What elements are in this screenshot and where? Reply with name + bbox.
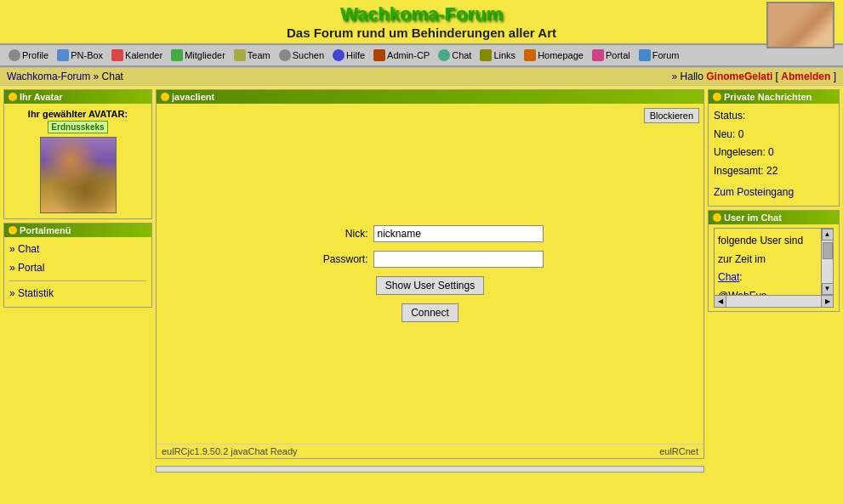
list-item: @WebEye xyxy=(718,287,817,296)
nav-links-label: Links xyxy=(493,50,515,60)
avatar-image xyxy=(40,137,117,213)
bottom-bar xyxy=(156,466,704,473)
menu-separator xyxy=(9,280,146,281)
nav-kalender[interactable]: Kalender xyxy=(108,48,166,63)
pn-total-label: Insgesamt: xyxy=(714,165,764,177)
avatar-box-header: Ihr Avatar xyxy=(4,90,151,104)
nav-admincp-label: Admin-CP xyxy=(387,50,430,60)
people-icon xyxy=(171,49,183,61)
pn-status-label: Status: xyxy=(714,107,834,126)
header-logo: Wachkoma-Forum xyxy=(0,3,843,25)
home-icon xyxy=(524,49,536,61)
navbar: Profile PN-Box Kalender Mitglieder Team … xyxy=(0,43,843,67)
links-icon xyxy=(480,49,492,61)
user-chat-link[interactable]: Chat xyxy=(718,271,739,283)
user-webeye: @WebEye xyxy=(718,290,766,296)
user-chat-box: User im Chat folgende User sind zur Zeit… xyxy=(708,210,840,312)
nav-profile[interactable]: Profile xyxy=(5,48,52,63)
chat-box-title: javaclient xyxy=(172,92,214,102)
password-row: Passwort: xyxy=(317,251,544,268)
avatar-label-text: Ihr gewählter AVATAR: xyxy=(9,109,146,119)
logout-link[interactable]: Abmelden xyxy=(781,71,830,82)
nav-forum[interactable]: Forum xyxy=(635,48,683,63)
sidebar-item-statistik[interactable]: Statistik xyxy=(9,285,146,303)
header-subtitle: Das Forum rund um Behinderungen aller Ar… xyxy=(0,25,843,40)
nav-hilfe[interactable]: Hilfe xyxy=(329,48,368,63)
blockieren-button[interactable]: Blockieren xyxy=(644,108,699,123)
portal-icon xyxy=(592,49,604,61)
portal-menu-content: Chat Portal Statistik xyxy=(4,237,151,307)
scroll-up-button[interactable]: ▲ xyxy=(822,229,834,241)
help-icon xyxy=(333,49,345,61)
nav-mitglieder-label: Mitglieder xyxy=(185,50,225,60)
left-sidebar: Ihr Avatar Ihr gewählter AVATAR: Erdnuss… xyxy=(3,89,152,308)
bracket-close: ] xyxy=(834,71,836,82)
user-chat-box-content: folgende User sind zur Zeit im Chat: @We… xyxy=(709,224,839,311)
nav-pnbox-label: PN-Box xyxy=(71,50,103,60)
nav-homepage-label: Homepage xyxy=(538,50,584,60)
chat-form: Nick: Passwort: Show User Settings Conne… xyxy=(317,225,544,322)
portal-menu-header: Portalmenü xyxy=(4,224,151,237)
pn-box-title: Private Nachrichten xyxy=(724,92,812,102)
avatar-photo xyxy=(768,2,833,48)
header: Wachkoma-Forum Das Forum rund um Behinde… xyxy=(0,0,843,43)
nav-mitglieder[interactable]: Mitglieder xyxy=(168,48,229,63)
user-chat-description: folgende User sind zur Zeit im xyxy=(718,232,817,269)
nick-row: Nick: xyxy=(317,225,544,242)
avatar-box-icon xyxy=(9,93,17,101)
footer-left-text: eulRCjc1.9.50.2 javaChat Ready xyxy=(162,446,298,456)
nav-homepage[interactable]: Homepage xyxy=(521,48,587,63)
password-label: Passwort: xyxy=(317,253,368,265)
nav-suchen[interactable]: Suchen xyxy=(276,48,328,63)
chat-box-icon xyxy=(161,93,169,101)
nav-chat[interactable]: Chat xyxy=(435,48,475,63)
user-info: » Hallo GinomeGelati [ Abmelden ] xyxy=(672,71,836,82)
password-input[interactable] xyxy=(373,251,544,268)
avatar-image-inner xyxy=(41,138,116,212)
chat-icon xyxy=(438,49,450,61)
nick-input[interactable] xyxy=(373,225,544,242)
username-link[interactable]: GinomeGelati xyxy=(706,71,772,82)
horizontal-scrollbar[interactable]: ◀ ▶ xyxy=(714,296,834,308)
scroll-down-button[interactable]: ▼ xyxy=(822,283,834,295)
breadcrumb-forum-link[interactable]: Wachkoma-Forum xyxy=(7,71,90,82)
footer-right-text: eulRCnet xyxy=(659,446,698,456)
show-settings-button[interactable]: Show User Settings xyxy=(376,276,484,295)
nav-pnbox[interactable]: PN-Box xyxy=(54,48,106,63)
nav-team[interactable]: Team xyxy=(231,48,274,63)
user-list: @WebEye @Kuroko xyxy=(718,287,817,296)
calendar-icon xyxy=(111,49,123,61)
scroll-thumb[interactable] xyxy=(823,242,833,259)
nav-portal[interactable]: Portal xyxy=(589,48,634,63)
forum-icon xyxy=(639,49,651,61)
pn-unread-row: Ungelesen: 0 xyxy=(714,144,834,162)
avatar-box-content: Ihr gewählter AVATAR: Erdnusskeks xyxy=(4,104,151,218)
sidebar-item-portal[interactable]: Portal xyxy=(9,259,146,278)
sidebar-chat-label: Chat xyxy=(18,243,39,255)
pn-inbox-link[interactable]: Zum Posteingang xyxy=(714,184,834,202)
main-layout: Ihr Avatar Ihr gewählter AVATAR: Erdnuss… xyxy=(0,86,843,476)
sidebar-item-chat[interactable]: Chat xyxy=(9,241,146,259)
connect-button[interactable]: Connect xyxy=(402,303,459,322)
javaclient-footer: eulRCjc1.9.50.2 javaChat Ready eulRCnet xyxy=(157,444,703,458)
right-sidebar: Private Nachrichten Status: Neu: 0 Ungel… xyxy=(708,89,840,312)
pn-new-row: Neu: 0 xyxy=(714,126,834,144)
nav-links[interactable]: Links xyxy=(476,48,519,63)
pn-box-icon xyxy=(713,93,721,101)
portal-menu-icon xyxy=(9,226,17,235)
scroll-left-button[interactable]: ◀ xyxy=(715,295,726,307)
scroll-right-button[interactable]: ▶ xyxy=(821,295,833,307)
pn-box-content: Status: Neu: 0 Ungelesen: 0 Insgesamt: 2… xyxy=(709,104,839,206)
vertical-scrollbar[interactable]: ▲ ▼ xyxy=(821,229,833,295)
admin-icon xyxy=(373,49,385,61)
nav-forum-label: Forum xyxy=(652,50,680,60)
nick-label: Nick: xyxy=(317,228,368,240)
pn-total-row: Insgesamt: 22 xyxy=(714,162,834,181)
nav-hilfe-label: Hilfe xyxy=(346,50,365,60)
nav-admincp[interactable]: Admin-CP xyxy=(370,48,433,63)
pn-unread-count: 0 xyxy=(768,146,774,158)
chat-box-header: javaclient xyxy=(157,90,703,104)
user-chat-box-title: User im Chat xyxy=(724,212,782,223)
javaclient-area: Blockieren Nick: Passwort: Show User Set… xyxy=(157,104,703,444)
user-chat-box-header: User im Chat xyxy=(709,211,839,224)
